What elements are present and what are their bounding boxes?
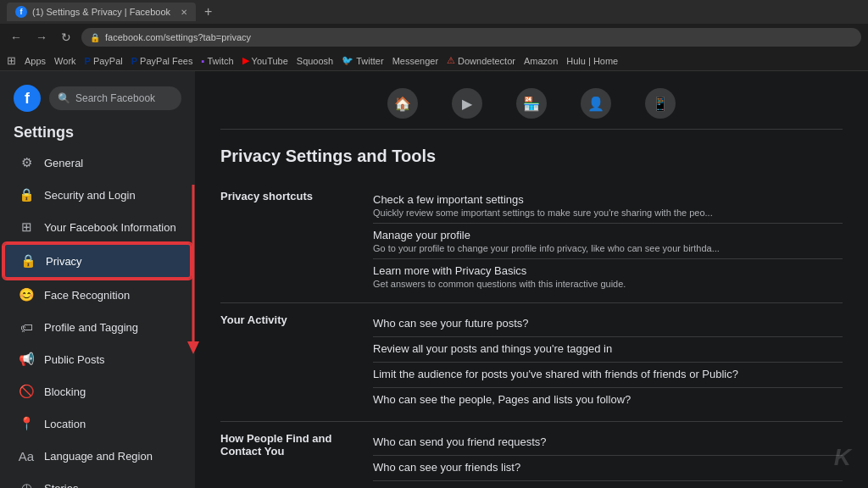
- privacy-category-label: Privacy shortcuts: [220, 188, 356, 294]
- paypal-icon: P: [85, 56, 91, 66]
- tab-title: (1) Settings & Privacy | Facebook: [32, 7, 170, 17]
- bookmark-label: Apps: [25, 56, 46, 66]
- sidebar-item-label: Face Recognition: [44, 289, 130, 302]
- privacy-item[interactable]: Limit the audience for posts you've shar…: [373, 363, 843, 388]
- privacy-item-desc: Get answers to common questions with thi…: [373, 279, 843, 289]
- search-icon: 🔍: [58, 92, 70, 104]
- privacy-item-title: Who can see your future posts?: [373, 317, 843, 330]
- paypal-fees-icon: P: [131, 56, 137, 66]
- reload-button[interactable]: ↻: [58, 29, 75, 46]
- page-title: Privacy Settings and Tools: [220, 147, 843, 166]
- bookmark-label: Downdetector: [458, 56, 515, 66]
- new-tab-button[interactable]: +: [204, 4, 212, 19]
- sidebar-item-label: Blocking: [44, 385, 86, 398]
- bookmarks-bar: ⊞ Apps Work P PayPal P PayPal Fees ▪ Twi…: [0, 51, 868, 71]
- search-box[interactable]: 🔍 Search Facebook: [49, 86, 181, 110]
- sidebar-item-blocking[interactable]: 🚫 Blocking: [3, 375, 192, 408]
- sidebar-item-label: Language and Region: [44, 450, 153, 463]
- face-icon: 😊: [17, 286, 36, 304]
- privacy-item-title: Manage your profile: [373, 229, 843, 241]
- apps-grid-icon: ⊞: [7, 54, 16, 67]
- downdetector-icon: ⚠: [447, 55, 455, 66]
- privacy-item[interactable]: Who can look you up using the email addr…: [373, 481, 843, 488]
- sidebar-item-label: Profile and Tagging: [44, 321, 138, 334]
- sidebar-item-label: Privacy: [46, 255, 82, 268]
- sidebar-item-security[interactable]: 🔒 Security and Login: [3, 179, 192, 211]
- forward-button[interactable]: →: [32, 29, 51, 46]
- settings-title: Settings: [0, 115, 195, 147]
- sidebar-item-profile-tagging[interactable]: 🏷 Profile and Tagging: [3, 311, 192, 343]
- shield-icon: 🔒: [19, 252, 37, 270]
- bookmark-downdetector[interactable]: ⚠ Downdetector: [447, 55, 515, 66]
- privacy-item[interactable]: Who can see your friends list?: [373, 456, 843, 481]
- privacy-category-label: How People Find and Contact You: [220, 430, 356, 488]
- sidebar-item-label: Stories: [44, 482, 78, 489]
- tab-close-button[interactable]: ✕: [181, 8, 187, 17]
- privacy-item[interactable]: Who can see your future posts?: [373, 312, 843, 337]
- groups-nav-icon[interactable]: 👤: [581, 88, 611, 119]
- lock-icon: 🔒: [17, 186, 36, 204]
- home-nav-icon[interactable]: 🏠: [387, 88, 418, 119]
- privacy-items-list: Who can see your future posts? Review al…: [373, 312, 843, 413]
- sidebar-item-location[interactable]: 📍 Location: [3, 408, 192, 440]
- url-text: facebook.com/settings?tab=privacy: [105, 32, 251, 42]
- privacy-item[interactable]: Learn more with Privacy Basics Get answe…: [373, 259, 843, 294]
- back-button[interactable]: ←: [7, 29, 25, 46]
- privacy-section-shortcuts: Privacy shortcuts Check a few important …: [220, 180, 843, 303]
- privacy-item-title: Learn more with Privacy Basics: [373, 264, 843, 277]
- grid-icon: ⊞: [17, 218, 36, 236]
- privacy-item-title: Who can send you friend requests?: [373, 435, 843, 448]
- bookmark-hulu[interactable]: Hulu | Home: [566, 56, 618, 66]
- bookmark-label: YouTube: [252, 56, 288, 66]
- bookmark-label: Hulu | Home: [566, 56, 618, 66]
- bookmark-label: Twitter: [356, 56, 383, 66]
- address-bar[interactable]: 🔒 facebook.com/settings?tab=privacy: [81, 28, 861, 47]
- sidebar-item-label: General: [44, 157, 83, 169]
- bookmark-paypal-fees[interactable]: P PayPal Fees: [131, 56, 193, 66]
- bookmark-messenger[interactable]: Messenger: [392, 56, 438, 66]
- sidebar-item-face-recognition[interactable]: 😊 Face Recognition: [3, 279, 192, 311]
- sidebar-item-stories[interactable]: ◷ Stories: [3, 472, 192, 488]
- privacy-item[interactable]: Who can send you friend requests?: [373, 430, 843, 456]
- sidebar-item-public-posts[interactable]: 📢 Public Posts: [3, 343, 192, 375]
- privacy-item[interactable]: Who can see the people, Pages and lists …: [373, 388, 843, 413]
- privacy-item[interactable]: Check a few important settings Quickly r…: [373, 188, 843, 224]
- browser-chrome: f (1) Settings & Privacy | Facebook ✕ +: [0, 0, 868, 24]
- sidebar-item-facebook-info[interactable]: ⊞ Your Facebook Information: [3, 211, 192, 243]
- bookmark-amazon[interactable]: Amazon: [524, 56, 558, 66]
- bookmark-work[interactable]: Work: [54, 56, 75, 66]
- browser-tab[interactable]: f (1) Settings & Privacy | Facebook ✕: [7, 3, 196, 21]
- gaming-nav-icon[interactable]: 📱: [645, 88, 676, 119]
- privacy-items-list: Check a few important settings Quickly r…: [373, 188, 843, 294]
- search-placeholder: Search Facebook: [75, 92, 155, 104]
- bookmark-apps[interactable]: Apps: [25, 56, 46, 66]
- bookmark-youtube[interactable]: ▶ YouTube: [242, 55, 288, 66]
- privacy-section-find-contact: How People Find and Contact You Who can …: [220, 422, 843, 488]
- language-icon: Aa: [17, 446, 36, 465]
- bookmark-label: Amazon: [524, 56, 558, 66]
- gear-icon: ⚙: [17, 153, 36, 172]
- privacy-item-title: Who can see the people, Pages and lists …: [373, 393, 843, 406]
- bookmark-paypal[interactable]: P PayPal: [85, 56, 123, 66]
- privacy-item-desc: Go to your profile to change your profil…: [373, 243, 843, 253]
- sidebar-item-language-region[interactable]: Aa Language and Region: [3, 440, 192, 472]
- bookmark-twitter[interactable]: 🐦 Twitter: [342, 55, 383, 66]
- content-area: 🏠 ▶ 🏪 👤 📱 Privacy Settings and Tools Pri…: [195, 71, 868, 488]
- bookmark-squoosh[interactable]: Squoosh: [297, 56, 333, 66]
- privacy-category-label: Your Activity: [220, 312, 356, 413]
- twitch-icon: ▪: [201, 56, 204, 66]
- bookmark-twitch[interactable]: ▪ Twitch: [201, 56, 233, 66]
- stories-icon: ◷: [17, 479, 36, 488]
- ssl-lock-icon: 🔒: [90, 33, 100, 42]
- privacy-items-list: Who can send you friend requests? Who ca…: [373, 430, 843, 488]
- sidebar: f 🔍 Search Facebook Settings ⚙ General 🔒…: [0, 71, 195, 488]
- watch-nav-icon[interactable]: ▶: [452, 88, 482, 119]
- privacy-item-title: Check a few important settings: [373, 193, 843, 206]
- sidebar-item-privacy[interactable]: 🔒 Privacy: [3, 243, 192, 279]
- marketplace-nav-icon[interactable]: 🏪: [516, 88, 547, 119]
- privacy-item[interactable]: Manage your profile Go to your profile t…: [373, 224, 843, 259]
- privacy-item[interactable]: Review all your posts and things you're …: [373, 337, 843, 363]
- bookmark-label: Twitch: [207, 56, 233, 66]
- twitter-icon: 🐦: [342, 55, 353, 66]
- sidebar-item-general[interactable]: ⚙ General: [3, 147, 192, 179]
